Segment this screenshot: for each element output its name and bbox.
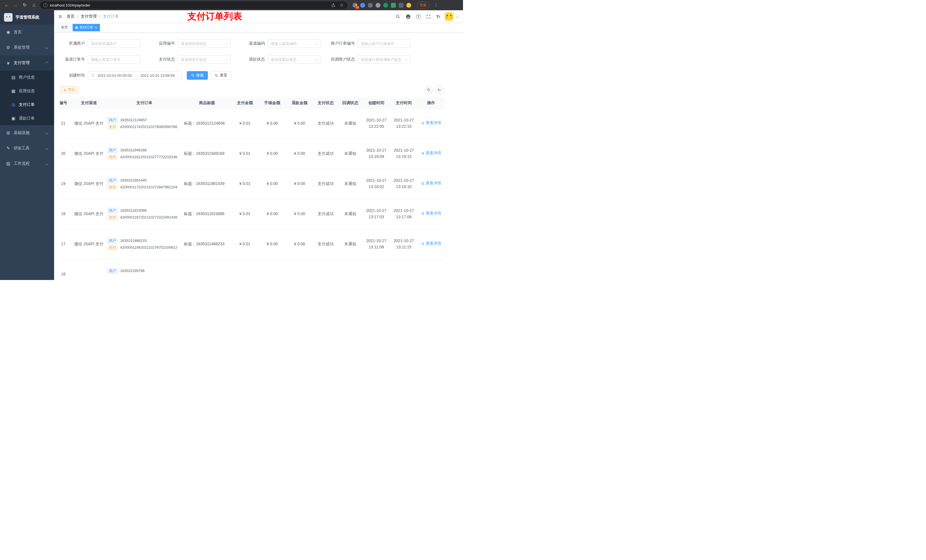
fee-amount-cell: ¥ 0.00 bbox=[259, 139, 286, 169]
filter-input-field[interactable] bbox=[181, 57, 224, 62]
refresh-icon: ↻ bbox=[438, 88, 441, 92]
reload-icon[interactable]: ↻ bbox=[22, 3, 28, 8]
order-id-cell: 20 bbox=[60, 139, 72, 169]
font-size-icon[interactable]: TT bbox=[436, 14, 440, 19]
sidebar-item-refund-order[interactable]: ▣ 退款订单 bbox=[0, 112, 54, 125]
action-cell: 查看详情 bbox=[418, 199, 445, 229]
forward-icon[interactable]: → bbox=[12, 3, 19, 8]
filter-input-field[interactable] bbox=[91, 57, 138, 62]
filter-input-field[interactable] bbox=[91, 42, 138, 46]
filter-input[interactable] bbox=[178, 39, 231, 48]
browser-menu-icon[interactable]: ⋮ bbox=[434, 3, 438, 8]
sidebar-item-pay-order[interactable]: ◎ 支付订单 bbox=[0, 98, 54, 112]
filter-label: 回调商户状态 bbox=[330, 57, 358, 62]
search-icon bbox=[421, 212, 425, 216]
filter-input[interactable] bbox=[268, 55, 321, 64]
browser-update-button[interactable]: 更新 bbox=[417, 2, 430, 9]
filter-input-field[interactable] bbox=[271, 42, 314, 46]
filter-input-field[interactable] bbox=[361, 42, 407, 46]
sidebar-item-merchant-info[interactable]: ▤ 商户信息 bbox=[0, 71, 54, 84]
merchant-order-no: 163531195796 bbox=[120, 268, 145, 274]
pay-time-cell: 2021-10-27 13:17:08 bbox=[390, 199, 418, 229]
yen-icon: ¥ bbox=[5, 60, 11, 65]
filter-input-field[interactable] bbox=[181, 42, 224, 46]
pay-time-cell: 2021-10-27 13:18:10 bbox=[390, 169, 418, 199]
filter-input[interactable] bbox=[358, 39, 411, 48]
fee-amount-cell: ¥ 0.00 bbox=[259, 229, 286, 259]
sidebar-item-dev-tools[interactable]: ✎ 研发工具 bbox=[0, 140, 54, 156]
sidebar-item-system[interactable]: ⚙ 系统管理 bbox=[0, 40, 54, 55]
date-end-value[interactable]: 2021-10-31 23:59:59 bbox=[141, 73, 175, 78]
refresh-table-button[interactable]: ↻ bbox=[436, 86, 443, 94]
tab-pay-order[interactable]: 支付订单 × bbox=[73, 24, 100, 31]
tab-home[interactable]: 首页 bbox=[58, 24, 71, 31]
date-range-input[interactable]: 2021-10-01 00:00:00 - 2021-10-31 23:59:5… bbox=[88, 71, 182, 80]
close-icon[interactable]: × bbox=[95, 26, 97, 29]
filter-input-field[interactable] bbox=[361, 57, 404, 62]
view-detail-link[interactable]: 查看详情 bbox=[421, 211, 441, 217]
refund-amount-cell: ¥ 0.00 bbox=[286, 199, 313, 229]
view-detail-link[interactable]: 查看详情 bbox=[421, 241, 441, 247]
sidebar-item-payment[interactable]: ¥ 支付管理 bbox=[0, 55, 54, 71]
view-detail-link[interactable]: 查看详情 bbox=[421, 180, 441, 186]
notify-status-cell: 未通知 bbox=[338, 109, 363, 139]
column-header: 支付状态 bbox=[313, 98, 338, 109]
column-header: 支付金额 bbox=[231, 98, 259, 109]
view-detail-link[interactable]: 查看详情 bbox=[421, 150, 441, 156]
chevron-down-icon bbox=[45, 46, 48, 49]
extension-icon[interactable] bbox=[368, 3, 373, 8]
back-icon[interactable]: ← bbox=[3, 3, 10, 8]
app-logo[interactable]: 芋道管理系统 bbox=[0, 10, 54, 24]
breadcrumb-home[interactable]: 首页 bbox=[67, 14, 75, 19]
download-icon bbox=[63, 88, 67, 92]
sidebar-item-home[interactable]: ◉ 首页 bbox=[0, 24, 54, 40]
search-button[interactable]: 搜索 bbox=[187, 71, 208, 80]
url-text[interactable]: localhost:1024/pay/order bbox=[50, 3, 328, 8]
create-time-cell bbox=[363, 259, 390, 280]
share-icon[interactable] bbox=[330, 2, 336, 8]
extension-icon[interactable] bbox=[391, 3, 396, 8]
site-info-icon[interactable]: i bbox=[43, 3, 48, 8]
sidebar-item-label: 支付管理 bbox=[14, 60, 30, 65]
sidebar-item-app-info[interactable]: ▦ 应用信息 bbox=[0, 84, 54, 98]
address-bar[interactable]: i localhost:1024/pay/order ☆ bbox=[40, 2, 347, 9]
github-icon[interactable] bbox=[406, 14, 411, 20]
filter-input[interactable] bbox=[268, 39, 321, 48]
extension-icon[interactable] bbox=[383, 3, 388, 8]
toggle-search-button[interactable] bbox=[425, 86, 433, 94]
search-icon bbox=[421, 152, 425, 155]
order-id-cell: 21 bbox=[60, 109, 72, 139]
filter-input[interactable] bbox=[88, 55, 141, 64]
filter-label: 创建时间 bbox=[60, 73, 88, 78]
view-detail-link[interactable]: 查看详情 bbox=[421, 120, 441, 126]
extension-icon[interactable]: 10 bbox=[353, 3, 357, 8]
avatar[interactable] bbox=[445, 12, 453, 21]
breadcrumb-payment[interactable]: 支付管理 bbox=[81, 14, 97, 19]
sidebar-item-workflow[interactable]: ▥ 工作流程 bbox=[0, 156, 54, 171]
sidebar-item-infrastructure[interactable]: ⊞ 基础设施 bbox=[0, 125, 54, 140]
filter-input[interactable] bbox=[358, 55, 411, 64]
merchant-tag: 商户 bbox=[107, 178, 118, 183]
export-button[interactable]: 导出 bbox=[60, 86, 78, 94]
create-time-cell: 2021-10-27 13:19:09 bbox=[363, 139, 390, 169]
reset-button[interactable]: ↻ 重置 bbox=[211, 71, 232, 80]
chevron-down-icon[interactable] bbox=[456, 15, 459, 18]
extension-icon[interactable] bbox=[399, 3, 404, 8]
product-title-cell bbox=[183, 259, 231, 280]
search-icon[interactable] bbox=[395, 14, 401, 20]
home-icon[interactable]: ⌂ bbox=[31, 3, 37, 8]
tab-label: 首页 bbox=[61, 25, 68, 30]
table-row: 18 微信 JSAPI 支付 商户 1635311823086 支付 42000… bbox=[60, 199, 445, 229]
extension-icon[interactable] bbox=[375, 3, 380, 8]
date-start-value[interactable]: 2021-10-01 00:00:00 bbox=[97, 73, 132, 78]
filter-input[interactable] bbox=[88, 39, 141, 48]
filter-input[interactable] bbox=[178, 55, 231, 64]
fullscreen-icon[interactable] bbox=[426, 14, 431, 20]
filter-input-field[interactable] bbox=[271, 57, 314, 62]
filter-field: 渠道编码 bbox=[240, 39, 330, 48]
extension-icon[interactable] bbox=[406, 3, 411, 8]
hamburger-icon[interactable]: ≡ bbox=[59, 14, 62, 20]
extension-icon[interactable] bbox=[360, 3, 365, 8]
bookmark-star-icon[interactable]: ☆ bbox=[339, 3, 344, 8]
help-icon[interactable]: ? bbox=[416, 14, 421, 19]
